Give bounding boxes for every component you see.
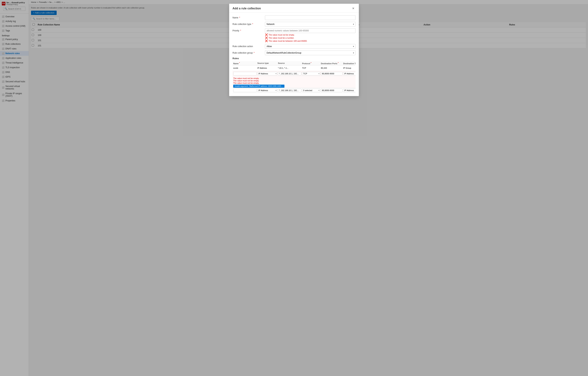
- edit-source-input[interactable]: [278, 72, 301, 75]
- rule-collection-action-label: Rule collection action: [232, 44, 265, 48]
- new-protocol-select[interactable]: 0 selected: [302, 89, 320, 92]
- priority-input[interactable]: [265, 28, 356, 33]
- edit-error-3: The value must not be empty.: [233, 82, 356, 84]
- rules-grid-header: Name * Source type Source Protocol * Des…: [232, 61, 356, 65]
- col-dest-type-header: Destination Type *: [343, 62, 356, 64]
- new-dest-ports-input[interactable]: [321, 89, 343, 92]
- col-dest-ports-header: Destination Ports *: [321, 62, 343, 64]
- name-label: Name *: [232, 15, 265, 19]
- priority-error-2: ❌ The value must be a number.: [265, 36, 356, 39]
- edit-error-2: The value must not be empty.: [233, 80, 356, 82]
- priority-error-3: ❌ The value must be between 100 and 6500…: [265, 40, 356, 42]
- rule-source-type-cell: IP Address: [257, 67, 277, 69]
- rules-new-row: IP Address 0 selected: [232, 88, 356, 93]
- rule-collection-group-select[interactable]: DefaultNetworkRuleCollectionGroup: [265, 51, 356, 55]
- new-source-input[interactable]: [278, 89, 301, 92]
- rule-collection-action-row: Rule collection action AllowDeny: [232, 44, 356, 49]
- validation-block: The value must not be empty. The value m…: [232, 76, 356, 88]
- rule-name-cell: sczdc: [233, 67, 257, 69]
- col-protocol-header: Protocol *: [302, 62, 320, 64]
- modal-title: Add a rule collection: [232, 7, 261, 10]
- rule-collection-type-label: Rule collection type *: [232, 22, 265, 25]
- rule-collection-action-select[interactable]: AllowDeny: [265, 44, 356, 49]
- edit-row-container: IP Address TCP: [232, 71, 356, 88]
- new-source-type-select[interactable]: IP Address: [257, 89, 277, 92]
- rule-collection-group-label: Rule collection group *: [232, 51, 265, 54]
- priority-label: Priority *: [232, 28, 265, 32]
- col-name-header: Name *: [233, 62, 257, 64]
- modal-body: Name * Rule collection type * NetworkApp…: [229, 12, 359, 96]
- priority-row: Priority * ❌ The value must not be empty…: [232, 28, 356, 42]
- col-source-type-header: Source type: [257, 62, 277, 64]
- edit-error-1: The value must not be empty.: [233, 77, 356, 79]
- error-tooltip: Invalid argument: 'Malformed IP address:…: [233, 85, 284, 88]
- priority-error-1: ❌ The value must not be empty.: [265, 33, 356, 36]
- rule-collection-type-row: Rule collection type * NetworkApplicatio…: [232, 22, 356, 27]
- edit-name-input[interactable]: [233, 72, 257, 75]
- modal-close-button[interactable]: ✕: [351, 6, 356, 11]
- modal-overlay: Add a rule collection ✕ Name * Rule coll…: [0, 0, 588, 376]
- add-rule-collection-modal: Add a rule collection ✕ Name * Rule coll…: [229, 4, 359, 96]
- edit-protocol-select[interactable]: TCP: [302, 72, 320, 75]
- col-source-header: Source: [278, 62, 301, 64]
- name-row: Name *: [232, 15, 356, 20]
- rule-protocol-cell: TCP: [302, 67, 320, 69]
- rule-collection-group-row: Rule collection group * DefaultNetworkRu…: [232, 51, 356, 55]
- rule-collection-type-select[interactable]: NetworkApplicationDNAT: [265, 22, 356, 27]
- rules-section-label: Rules: [232, 57, 356, 60]
- edit-source-type-select[interactable]: IP Address: [257, 72, 277, 75]
- name-input[interactable]: [265, 15, 356, 20]
- modal-header: Add a rule collection ✕: [229, 4, 359, 12]
- rules-edit-row: IP Address TCP: [232, 71, 356, 76]
- rule-dest-ports-cell: 80,443: [321, 67, 343, 69]
- rule-dest-type-cell: IP Group: [343, 67, 356, 69]
- rules-existing-row: sczdc IP Address *.10.1, *-1... TCP 80,4…: [232, 65, 356, 71]
- edit-dest-type-select[interactable]: IP Address: [343, 72, 356, 75]
- edit-dest-ports-input[interactable]: [321, 72, 343, 75]
- rule-source-cell: *.10.1, *-1...: [278, 67, 301, 69]
- new-name-input[interactable]: [233, 89, 257, 92]
- new-dest-type-select[interactable]: IP Address: [343, 89, 356, 92]
